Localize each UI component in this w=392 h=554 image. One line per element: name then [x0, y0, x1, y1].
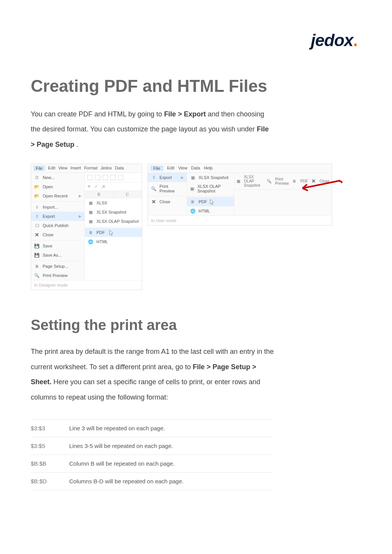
user-toolbar-region: ▦XLSX OLAP Snapshot 🔍Print Preview 🗎PDF …	[234, 173, 332, 216]
row-val: Columns B-D will be repeated on each pag…	[69, 478, 273, 484]
chevron-right-icon: ▶	[79, 194, 81, 198]
screenshot-row: File Edit View Insert Format Jedox Data …	[31, 164, 361, 290]
user-close-label: Close	[159, 199, 170, 204]
save-icon: 💾	[34, 243, 40, 249]
section-print-area-title: Setting the print area	[31, 317, 361, 333]
export-xlsx-olap[interactable]: ▦XLSX OLAP Snapshot	[85, 217, 142, 226]
tb-xlsx-olap-label[interactable]: XLSX OLAP Snapshot	[244, 175, 263, 187]
toolbar-btn-3[interactable]	[103, 175, 108, 180]
export-pdf-label: PDF	[96, 230, 105, 235]
menu-save-as[interactable]: 💾Save As...	[31, 250, 85, 260]
user-pdf-label: PDF	[199, 199, 207, 204]
intro-text-a: You can create PDF and HTML by going to	[31, 110, 164, 118]
export-pdf[interactable]: 🗎 PDF	[85, 228, 142, 237]
tb-print-preview-label[interactable]: Print Preview	[275, 177, 289, 186]
user-xlsx-snap[interactable]: ▦XLSX Snapshot	[187, 173, 234, 182]
xlsx-icon: ▦	[88, 200, 93, 206]
html-icon: 🌐	[88, 239, 93, 244]
menu-close[interactable]: 🗙Close	[31, 230, 85, 239]
menu-import-label: Import...	[43, 205, 58, 209]
user-xlsx-snap-label: XLSX Snapshot	[199, 175, 229, 180]
screenshot-user: File Edit View Data Help ⇧Export▶ 🔍Print…	[148, 164, 332, 226]
toolbar-btn-4[interactable]	[110, 175, 116, 180]
open-recent-icon: 📂	[34, 193, 40, 199]
page-setup-icon: 🗎	[34, 264, 40, 269]
user-close[interactable]: 🗙Close	[148, 197, 187, 206]
user-html-label: HTML	[199, 209, 210, 213]
repeat-format-table: $3:$3 Line 3 will be repeated on each pa…	[31, 419, 273, 490]
close-doc-icon: 🗙	[34, 232, 40, 237]
menubar-jedox[interactable]: Jedox	[101, 166, 112, 171]
row-key: $B:$D	[31, 478, 69, 484]
toolbar-btn-5[interactable]	[118, 175, 123, 180]
row-key: $3:$5	[31, 443, 69, 449]
export-icon-2: ⇧	[151, 175, 156, 180]
html-icon-2: 🌐	[190, 208, 196, 214]
menu-open[interactable]: 📂Open	[31, 182, 85, 191]
row-val: Column B will be repeated on each page.	[69, 460, 273, 467]
annotation-arrow	[298, 180, 344, 195]
user-menubar: File Edit View Data Help	[148, 164, 332, 173]
user-print-preview[interactable]: 🔍Print Preview	[148, 182, 187, 195]
user-export-label: Export	[159, 175, 172, 180]
fx-cancel-icon[interactable]: ✕	[87, 184, 91, 189]
export-icon: ⇧	[34, 214, 40, 219]
export-xlsx-olap-label: XLSX OLAP Snapshot	[96, 219, 139, 224]
page-title: Creating PDF and HTML Files	[31, 77, 361, 95]
menu-import[interactable]: ⇩Import...	[31, 202, 85, 212]
chevron-right-icon-2: ▶	[79, 214, 81, 218]
publish-icon: 🖵	[34, 223, 40, 228]
table-row: $3:$3 Line 3 will be repeated on each pa…	[31, 419, 273, 437]
menubar-data[interactable]: Data	[115, 166, 124, 171]
export-html[interactable]: 🌐HTML	[85, 237, 142, 246]
menubar-view[interactable]: View	[58, 166, 68, 171]
user-menu-view[interactable]: View	[178, 166, 188, 171]
menu-new[interactable]: 🗋New...	[31, 173, 85, 182]
menu-open-recent-label: Open Recent	[43, 194, 68, 198]
export-xlsx-snapshot[interactable]: ▦XLSX Snapshot	[85, 207, 142, 217]
menu-print-preview[interactable]: 🔍Print Preview	[31, 271, 85, 280]
menu-quick-publish[interactable]: 🖵Quick Publish	[31, 221, 85, 230]
menu-save[interactable]: 💾Save	[31, 241, 85, 250]
menu-open-recent[interactable]: 📂Open Recent▶	[31, 191, 85, 201]
designer-menubar: File Edit View Insert Format Jedox Data	[31, 164, 142, 173]
tb-pdf-icon: 🗎	[292, 179, 296, 184]
menu-close-label: Close	[43, 232, 53, 237]
export-xlsx-snapshot-label: XLSX Snapshot	[96, 210, 126, 214]
xlsx-snapshot-icon: ▦	[88, 209, 93, 215]
menubar-format[interactable]: Format	[84, 166, 98, 171]
user-pdf[interactable]: 🗎 PDF	[187, 197, 234, 206]
user-export[interactable]: ⇧Export▶	[148, 173, 187, 182]
user-menu-help[interactable]: Help	[204, 166, 213, 171]
table-row: $3:$5 Lines 3-5 will be repeated on each…	[31, 437, 273, 454]
menu-export[interactable]: ⇧Export▶	[31, 212, 85, 221]
save-as-icon: 💾	[34, 252, 40, 258]
toolbar-btn-2[interactable]	[95, 175, 100, 180]
logo: jedox.	[311, 31, 357, 50]
pdf-icon: 🗎	[88, 230, 93, 235]
pdf-icon-2: 🗎	[190, 199, 196, 204]
user-menu-data[interactable]: Data	[191, 166, 200, 171]
user-export-submenu: ▦XLSX Snapshot ▦XLSX OLAP Snapshot 🗎 PDF…	[187, 173, 234, 216]
menubar-file[interactable]: File	[33, 166, 45, 171]
user-html[interactable]: 🌐HTML	[187, 206, 234, 216]
menu-page-setup[interactable]: 🗎Page Setup...	[31, 262, 85, 271]
tb-print-preview-icon: 🔍	[267, 179, 271, 184]
menu-print-preview-label: Print Preview	[43, 273, 68, 278]
open-icon: 📂	[34, 184, 40, 189]
export-xlsx[interactable]: ▦XLSX	[85, 198, 142, 207]
fx-icon[interactable]: 𝑓x	[102, 184, 105, 189]
user-xlsx-olap[interactable]: ▦XLSX OLAP Snapshot	[187, 182, 234, 195]
user-menu-file[interactable]: File	[150, 166, 163, 171]
toolbar-btn-1[interactable]	[87, 175, 93, 180]
menubar-edit[interactable]: Edit	[48, 166, 55, 171]
xlsx-olap-icon: ▦	[88, 219, 93, 224]
tb-xlsx-olap-icon: ▦	[237, 179, 240, 184]
row-val: Lines 3-5 will be repeated on each page.	[69, 443, 273, 449]
menubar-insert[interactable]: Insert	[70, 166, 81, 171]
para2-c: Here you can set a specific range of cel…	[31, 378, 260, 401]
col-c[interactable]: C	[113, 191, 142, 198]
fx-accept-icon[interactable]: ✓	[95, 184, 98, 189]
col-b[interactable]: B	[85, 191, 113, 198]
user-menu-edit[interactable]: Edit	[167, 166, 174, 171]
